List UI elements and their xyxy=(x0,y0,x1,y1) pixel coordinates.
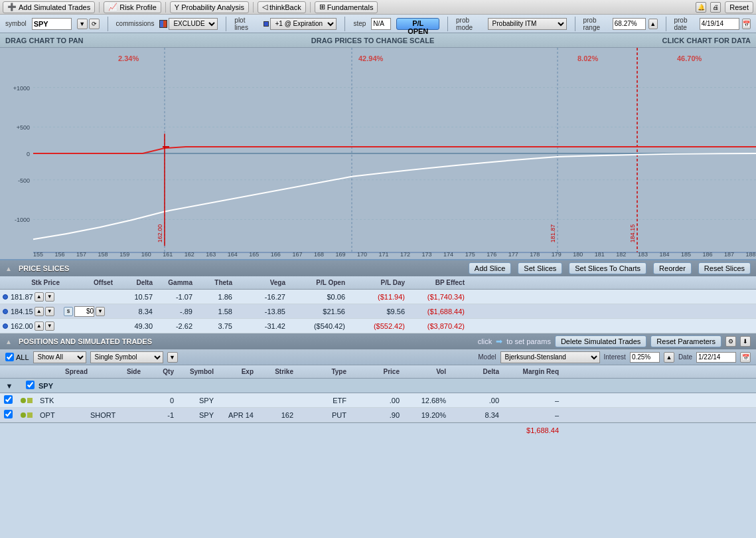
table-row: 184.15 ▲ ▼ $▼ 8.34 -.89 1.58 -13.85 $21.… xyxy=(0,304,756,319)
delta-cell: 10.57 xyxy=(117,293,157,301)
commissions-label: commissions xyxy=(116,20,155,27)
reset-slices-button[interactable]: Reset Slices xyxy=(698,262,751,274)
step-input[interactable] xyxy=(371,18,391,30)
prob-range-up[interactable]: ▲ xyxy=(648,19,658,29)
slices-table-body: 181.87 ▲ ▼ 10.57 -1.07 1.86 -16.27 $0.06… xyxy=(0,290,756,333)
pos-delta: .00 xyxy=(449,397,502,404)
pos-col-side: Side xyxy=(90,368,143,375)
col-theta: Theta xyxy=(196,279,236,286)
show-all-select[interactable]: Show All xyxy=(33,351,86,363)
single-symbol-select[interactable]: Single Symbol xyxy=(90,351,163,363)
delete-simulated-button[interactable]: Delete Simulated Trades xyxy=(555,335,646,347)
click-label: click xyxy=(478,337,492,345)
probability-analysis-button[interactable]: Y Probability Analysis xyxy=(170,1,249,13)
pos-expand-icon[interactable]: ⬇ xyxy=(740,336,751,347)
delta-cell: 8.34 xyxy=(117,308,157,315)
stk-price-cell: 184.15 ▲ ▼ xyxy=(11,307,64,316)
add-simulated-trades-button[interactable]: ➕ Add Simulated Trades xyxy=(3,1,95,13)
dollar-btn[interactable]: $ xyxy=(64,307,73,316)
risk-profile-button[interactable]: 📈 Risk Profile xyxy=(104,1,161,13)
commissions-select[interactable]: EXCLUDE xyxy=(169,18,218,30)
bp-effect-cell: ($1,740.34) xyxy=(409,293,469,301)
prob-date-calendar[interactable]: 📅 xyxy=(742,19,751,29)
prob-mode-select[interactable]: Probability ITM xyxy=(488,18,567,30)
divider xyxy=(108,17,108,31)
svg-text:0: 0 xyxy=(27,151,30,157)
offset-input[interactable] xyxy=(74,306,94,317)
pos-spread: OPT xyxy=(37,411,90,419)
reset-button[interactable]: Reset xyxy=(725,1,753,13)
set-params-label: to set params xyxy=(506,337,551,345)
interest-up[interactable]: ▲ xyxy=(664,352,674,363)
all-checkbox[interactable] xyxy=(5,353,14,361)
prob-icon: Y xyxy=(175,3,179,11)
pos-spread: STK xyxy=(37,397,90,404)
spy-checkbox[interactable] xyxy=(26,381,35,389)
pos-check xyxy=(0,395,19,405)
stk-down[interactable]: ▼ xyxy=(45,307,54,316)
plot-lines-select[interactable]: +1 @ Expiration xyxy=(270,18,337,30)
svg-text:181.87: 181.87 xyxy=(550,224,556,242)
model-label: Model xyxy=(478,353,496,361)
col-gamma: Gamma xyxy=(157,279,196,286)
spy-collapse-icon[interactable]: ▼ xyxy=(6,382,13,390)
offset-dropdown[interactable]: ▼ xyxy=(96,307,105,316)
positions-controls: click ➡ to set params Delete Simulated T… xyxy=(478,335,751,347)
price-slices-title: PRICE SLICES xyxy=(19,264,69,272)
stk-up[interactable]: ▲ xyxy=(35,292,44,302)
date-input[interactable] xyxy=(696,352,736,363)
prob-date-input[interactable] xyxy=(700,18,739,30)
interest-input[interactable] xyxy=(630,352,660,363)
dropdown-icon[interactable]: ▼ xyxy=(77,19,88,29)
symbol-dropdown-btn[interactable]: ▼ xyxy=(167,352,178,363)
print-button[interactable]: 🖨 xyxy=(710,2,721,13)
all-label: ALL xyxy=(16,353,29,361)
pos-colorbox xyxy=(19,412,37,418)
add-slice-button[interactable]: Add Slice xyxy=(469,262,511,274)
offset-cell: $▼ xyxy=(64,306,117,317)
pl-open-button[interactable]: P/L OPEN xyxy=(396,18,439,30)
chart-area[interactable]: +1000 +500 0 -500 -1000 2.34% 42.94% 8.0… xyxy=(0,48,756,260)
stk-down[interactable]: ▼ xyxy=(45,292,54,302)
date-calendar[interactable]: 📅 xyxy=(740,352,751,363)
symbol-label: symbol xyxy=(5,20,27,27)
stk-up[interactable]: ▲ xyxy=(35,321,44,331)
reset-parameters-button[interactable]: Reset Parameters xyxy=(650,335,721,347)
symbol-input[interactable] xyxy=(32,18,72,30)
fundamentals-button[interactable]: ⊞ Fundamentals xyxy=(315,1,378,13)
thinkback-icon: ◁ xyxy=(262,3,267,11)
pos-table-row: OPT SHORT -1 SPY APR 14 162 PUT .90 19.2… xyxy=(0,408,756,422)
slices-table-header: Stk Price Offset Delta Gamma Theta Vega … xyxy=(0,276,756,290)
prob-range-input[interactable] xyxy=(613,18,646,30)
model-select[interactable]: Bjerksund-Stensland xyxy=(500,351,600,363)
arrow-icon: ➡ xyxy=(496,337,502,346)
pos-col-type: Type xyxy=(296,368,349,375)
refresh-icon[interactable]: ⟳ xyxy=(89,19,100,29)
divider xyxy=(575,17,575,31)
bell-button[interactable]: 🔔 xyxy=(696,2,706,13)
stk-down[interactable]: ▼ xyxy=(45,321,54,331)
pos-row-checkbox[interactable] xyxy=(4,410,13,418)
divider xyxy=(344,17,345,31)
thinkback-button[interactable]: ◁ thinkBack xyxy=(258,1,306,13)
pos-check xyxy=(0,410,19,420)
pos-price: .90 xyxy=(349,411,402,419)
reorder-button[interactable]: Reorder xyxy=(653,262,692,274)
stk-up[interactable]: ▲ xyxy=(35,307,44,316)
set-slices-button[interactable]: Set Slices xyxy=(518,262,562,274)
chart-svg[interactable]: +1000 +500 0 -500 -1000 2.34% 42.94% 8.0… xyxy=(0,48,756,259)
col-vega: Vega xyxy=(236,279,289,286)
positions-table-header: Spread Side Qty Symbol Exp Strike Type P… xyxy=(0,365,756,379)
pl-day-cell: $9.56 xyxy=(349,308,409,315)
separator xyxy=(253,2,254,13)
x-axis: 155156157158159 160161162163164 16516616… xyxy=(33,251,756,258)
pos-settings-icon[interactable]: ⚙ xyxy=(725,336,736,347)
set-slices-charts-button[interactable]: Set Slices To Charts xyxy=(569,262,646,274)
svg-text:+1000: +1000 xyxy=(13,85,30,92)
prob-range-area: prob range ▲ xyxy=(583,17,657,31)
pos-row-checkbox[interactable] xyxy=(4,395,13,404)
interest-label: Interest xyxy=(604,353,626,361)
prob-date-area: prob date 📅 xyxy=(674,17,751,31)
row-indicator xyxy=(0,322,11,330)
total-margin: $1,688.44 xyxy=(502,426,562,434)
